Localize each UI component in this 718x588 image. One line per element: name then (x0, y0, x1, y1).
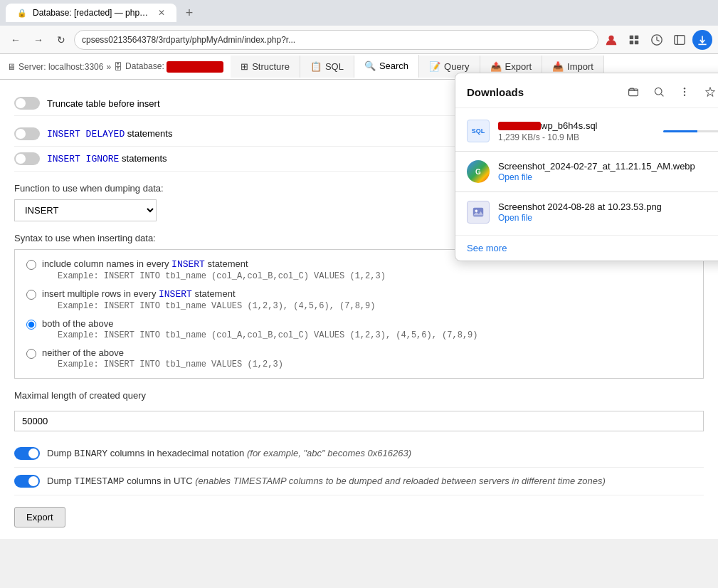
query-icon: 📝 (429, 61, 440, 72)
radio-multiple-rows[interactable] (26, 290, 36, 300)
insert-delayed-label: INSERT DELAYED statements (47, 128, 172, 140)
code-example-3: Example: INSERT INTO tbl_name (col_A,col… (58, 330, 478, 340)
dump-binary-italic: (for example, "abc" becomes 0x616263) (247, 448, 411, 458)
svg-point-14 (684, 91, 685, 93)
download-name-sql: wp_b6h4s.sql (498, 120, 655, 131)
insert-delayed-toggle[interactable] (14, 127, 40, 140)
code-example-1: Example: INSERT INTO tbl_name (col_A,col… (58, 271, 386, 281)
download-item-webp[interactable]: G Screenshot_2024-02-27_at_11.21.15_AM.w… (455, 154, 718, 189)
export-icon: 📤 (490, 61, 502, 72)
history-icon[interactable] (647, 30, 667, 50)
download-action-sql (663, 130, 718, 132)
new-tab-btn[interactable]: + (179, 3, 199, 23)
svg-rect-3 (630, 40, 633, 43)
radio-label-4: neither of the above (42, 347, 283, 358)
radio-label-2: insert multiple rows in every INSERT sta… (42, 288, 375, 300)
downloads-actions (623, 82, 718, 102)
open-file-png[interactable]: Open file (498, 213, 532, 223)
max-length-input[interactable] (14, 411, 704, 431)
download-item-sql[interactable]: SQL wp_b6h4s.sql 1,239 KB/s - 10.9 MB (455, 114, 718, 148)
radio-both[interactable] (26, 320, 36, 330)
download-progress-fill (663, 130, 697, 132)
download-item-info-png: Screenshot 2024-08-28 at 10.23.53.png Op… (498, 201, 718, 223)
svg-rect-2 (635, 35, 638, 38)
see-more-link[interactable]: See more (455, 235, 718, 261)
downloads-icon[interactable] (692, 30, 712, 50)
profile-icon[interactable] (601, 30, 621, 50)
address-bar[interactable]: cpsess0213564378/3rdparty/phpMyAdmin/ind… (74, 30, 598, 50)
search-downloads-btn[interactable] (649, 82, 669, 102)
main-content: Truncate table before insert INSERT DELA… (0, 80, 718, 539)
search-icon: 🔍 (364, 61, 376, 71)
max-length-label: Maximal length of created query (14, 390, 704, 401)
tab-sql[interactable]: 📋 SQL (300, 56, 354, 78)
dump-binary-toggle[interactable] (14, 447, 40, 460)
download-item-info-webp: Screenshot_2024-02-27_at_11.21.15_AM.web… (498, 161, 718, 182)
radio-label-3: both of the above (42, 318, 478, 329)
reload-btn[interactable]: ↻ (51, 30, 71, 50)
svg-rect-10 (629, 89, 638, 96)
downloads-list: SQL wp_b6h4s.sql 1,239 KB/s - 10.9 MB (455, 108, 718, 235)
downloads-panel: Downloads (455, 73, 718, 261)
active-tab[interactable]: 🔒 Database: [redacted] — phpMyAdmin ✕ (6, 4, 176, 22)
breadcrumb-separator: » (106, 62, 111, 72)
tab-title: Database: [redacted] — phpMyAdmin (33, 8, 149, 18)
tab-close-icon[interactable]: ✕ (158, 8, 165, 18)
extensions-icon[interactable] (624, 30, 644, 50)
code-example-4: Example: INSERT INTO tbl_name VALUES (1,… (58, 359, 283, 369)
structure-icon: ⊞ (241, 61, 248, 72)
server-text: Server: localhost:3306 (19, 62, 103, 72)
open-downloads-folder-btn[interactable] (623, 82, 643, 102)
code-example-2: Example: INSERT INTO tbl_name VALUES (1,… (58, 301, 375, 311)
svg-line-12 (661, 94, 663, 96)
download-item-png[interactable]: Screenshot 2024-08-28 at 10.23.53.png Op… (455, 195, 718, 229)
insert-ignore-toggle[interactable] (14, 152, 40, 165)
tab-bar: 🔒 Database: [redacted] — phpMyAdmin ✕ + (0, 0, 718, 26)
divider-1 (455, 151, 718, 152)
svg-point-15 (684, 95, 685, 96)
forward-btn[interactable]: → (28, 30, 48, 50)
svg-rect-6 (675, 35, 685, 44)
svg-point-11 (655, 88, 662, 95)
breadcrumb: 🖥 Server: localhost:3306 » 🗄 Database: (0, 61, 231, 73)
png-file-icon (467, 201, 490, 224)
downloads-header: Downloads (455, 73, 718, 108)
export-button[interactable]: Export (14, 507, 65, 527)
max-length-section: Maximal length of created query (14, 390, 704, 431)
dump-timestamp-toggle[interactable] (14, 475, 40, 488)
svg-point-0 (608, 35, 613, 40)
insert-ignore-label: INSERT IGNORE statements (47, 153, 167, 164)
browser-window: 🔒 Database: [redacted] — phpMyAdmin ✕ + … (0, 0, 718, 539)
radio-row-1: include column names in every INSERT sta… (26, 258, 692, 281)
svg-point-13 (684, 88, 685, 89)
dump-timestamp-italic: (enables TIMESTAMP columns to be dumped … (195, 476, 606, 486)
download-status-sql: 1,239 KB/s - 10.9 MB (498, 132, 655, 142)
download-name-webp: Screenshot_2024-02-27_at_11.21.15_AM.web… (498, 161, 718, 172)
svg-rect-4 (635, 40, 638, 43)
sidebar-icon[interactable] (670, 30, 690, 50)
tab-structure[interactable]: ⊞ Structure (231, 56, 300, 78)
dump-binary-text: Dump BINARY columns in hexadecimal notat… (47, 448, 411, 459)
database-icon: 🗄 (114, 62, 122, 72)
more-downloads-options-btn[interactable] (675, 82, 695, 102)
back-btn[interactable]: ← (6, 30, 26, 50)
svg-rect-1 (630, 35, 633, 38)
open-file-webp[interactable]: Open file (498, 172, 532, 182)
truncate-label: Truncate table before insert (47, 98, 160, 109)
tab-search[interactable]: 🔍 Search (354, 55, 419, 78)
radio-neither[interactable] (26, 349, 36, 359)
address-text: cpsess0213564378/3rdparty/phpMyAdmin/ind… (82, 35, 295, 45)
radio-row-2: insert multiple rows in every INSERT sta… (26, 288, 692, 311)
pin-downloads-btn[interactable] (700, 82, 718, 102)
radio-include-columns[interactable] (26, 260, 36, 270)
truncate-toggle[interactable] (14, 97, 40, 110)
function-select[interactable]: INSERT (14, 199, 157, 221)
dump-binary-row: Dump BINARY columns in hexadecimal notat… (14, 440, 704, 468)
download-progress-bar (663, 130, 718, 132)
downloads-title: Downloads (467, 86, 524, 98)
download-item-info-sql: wp_b6h4s.sql 1,239 KB/s - 10.9 MB (498, 120, 655, 142)
webp-file-icon: G (467, 160, 490, 183)
divider-2 (455, 191, 718, 192)
dump-timestamp-text: Dump TIMESTAMP columns in UTC (enables T… (47, 476, 606, 487)
radio-row-3: both of the above Example: INSERT INTO t… (26, 318, 692, 340)
